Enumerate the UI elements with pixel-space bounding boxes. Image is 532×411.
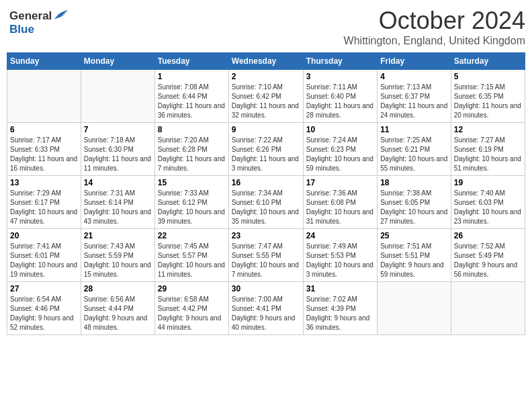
day-info: Sunrise: 7:27 AM Sunset: 6:19 PM Dayligh…	[454, 136, 522, 173]
day-number: 15	[158, 178, 226, 187]
calendar-day-cell: 11Sunrise: 7:25 AM Sunset: 6:21 PM Dayli…	[378, 123, 451, 176]
day-info: Sunrise: 7:15 AM Sunset: 6:35 PM Dayligh…	[454, 83, 522, 120]
calendar-day-cell: 5Sunrise: 7:15 AM Sunset: 6:35 PM Daylig…	[451, 70, 525, 123]
day-info: Sunrise: 7:13 AM Sunset: 6:37 PM Dayligh…	[380, 83, 448, 120]
calendar-day-cell: 24Sunrise: 7:49 AM Sunset: 5:53 PM Dayli…	[303, 229, 377, 282]
calendar-day-cell: 28Sunrise: 6:56 AM Sunset: 4:44 PM Dayli…	[81, 282, 154, 335]
day-info: Sunrise: 7:34 AM Sunset: 6:10 PM Dayligh…	[232, 189, 300, 226]
calendar-day-cell: 16Sunrise: 7:34 AM Sunset: 6:10 PM Dayli…	[228, 176, 303, 229]
day-number: 14	[84, 178, 152, 187]
day-info: Sunrise: 7:51 AM Sunset: 5:51 PM Dayligh…	[380, 242, 448, 279]
day-info: Sunrise: 7:38 AM Sunset: 6:05 PM Dayligh…	[380, 189, 448, 226]
calendar-day-cell	[378, 282, 451, 335]
calendar-day-cell	[451, 282, 525, 335]
header: General Blue October 2024 Whittington, E…	[7, 7, 525, 47]
day-info: Sunrise: 7:22 AM Sunset: 6:26 PM Dayligh…	[232, 136, 300, 173]
calendar-day-cell: 19Sunrise: 7:40 AM Sunset: 6:03 PM Dayli…	[451, 176, 525, 229]
calendar-day-cell: 25Sunrise: 7:51 AM Sunset: 5:51 PM Dayli…	[378, 229, 451, 282]
day-number: 10	[306, 125, 374, 134]
weekday-header: Thursday	[303, 53, 377, 70]
calendar-day-cell: 22Sunrise: 7:45 AM Sunset: 5:57 PM Dayli…	[154, 229, 228, 282]
day-number: 22	[158, 231, 226, 240]
calendar-day-cell: 9Sunrise: 7:22 AM Sunset: 6:26 PM Daylig…	[228, 123, 303, 176]
calendar-day-cell: 8Sunrise: 7:20 AM Sunset: 6:28 PM Daylig…	[154, 123, 228, 176]
day-info: Sunrise: 7:11 AM Sunset: 6:40 PM Dayligh…	[306, 83, 374, 120]
day-info: Sunrise: 7:49 AM Sunset: 5:53 PM Dayligh…	[306, 242, 374, 279]
day-number: 25	[380, 231, 448, 240]
day-info: Sunrise: 7:52 AM Sunset: 5:49 PM Dayligh…	[454, 242, 522, 279]
day-number: 23	[232, 231, 300, 240]
calendar-week-row: 20Sunrise: 7:41 AM Sunset: 6:01 PM Dayli…	[7, 229, 525, 282]
calendar-day-cell: 13Sunrise: 7:29 AM Sunset: 6:17 PM Dayli…	[7, 176, 81, 229]
day-number: 24	[306, 231, 374, 240]
calendar-week-row: 27Sunrise: 6:54 AM Sunset: 4:46 PM Dayli…	[7, 282, 525, 335]
weekday-header: Tuesday	[154, 53, 228, 70]
weekday-header: Wednesday	[228, 53, 303, 70]
day-number: 28	[84, 284, 152, 293]
day-number: 9	[232, 125, 300, 134]
calendar-day-cell: 29Sunrise: 6:58 AM Sunset: 4:42 PM Dayli…	[154, 282, 228, 335]
day-info: Sunrise: 7:20 AM Sunset: 6:28 PM Dayligh…	[158, 136, 226, 173]
day-info: Sunrise: 7:45 AM Sunset: 5:57 PM Dayligh…	[158, 242, 226, 279]
calendar-day-cell: 30Sunrise: 7:00 AM Sunset: 4:41 PM Dayli…	[228, 282, 303, 335]
day-info: Sunrise: 7:17 AM Sunset: 6:33 PM Dayligh…	[10, 136, 78, 173]
day-number: 6	[10, 125, 78, 134]
logo-bird-icon	[53, 9, 68, 21]
day-info: Sunrise: 7:02 AM Sunset: 4:39 PM Dayligh…	[306, 295, 374, 332]
day-info: Sunrise: 6:54 AM Sunset: 4:46 PM Dayligh…	[10, 295, 78, 332]
day-number: 1	[158, 72, 226, 81]
calendar-day-cell: 6Sunrise: 7:17 AM Sunset: 6:33 PM Daylig…	[7, 123, 81, 176]
day-info: Sunrise: 7:40 AM Sunset: 6:03 PM Dayligh…	[454, 189, 522, 226]
day-number: 18	[380, 178, 448, 187]
day-info: Sunrise: 7:47 AM Sunset: 5:55 PM Dayligh…	[232, 242, 300, 279]
day-number: 26	[454, 231, 522, 240]
day-number: 12	[454, 125, 522, 134]
day-number: 31	[306, 284, 374, 293]
day-info: Sunrise: 7:41 AM Sunset: 6:01 PM Dayligh…	[10, 242, 78, 279]
location-title: Whittington, England, United Kingdom	[344, 35, 525, 47]
calendar-week-row: 13Sunrise: 7:29 AM Sunset: 6:17 PM Dayli…	[7, 176, 525, 229]
day-info: Sunrise: 7:24 AM Sunset: 6:23 PM Dayligh…	[306, 136, 374, 173]
day-info: Sunrise: 7:33 AM Sunset: 6:12 PM Dayligh…	[158, 189, 226, 226]
day-number: 13	[10, 178, 78, 187]
day-info: Sunrise: 6:58 AM Sunset: 4:42 PM Dayligh…	[158, 295, 226, 332]
calendar-day-cell: 7Sunrise: 7:18 AM Sunset: 6:30 PM Daylig…	[81, 123, 154, 176]
day-number: 19	[454, 178, 522, 187]
weekday-header: Friday	[378, 53, 451, 70]
day-info: Sunrise: 7:10 AM Sunset: 6:42 PM Dayligh…	[232, 83, 300, 120]
day-info: Sunrise: 7:08 AM Sunset: 6:44 PM Dayligh…	[158, 83, 226, 120]
day-info: Sunrise: 7:25 AM Sunset: 6:21 PM Dayligh…	[380, 136, 448, 173]
weekday-header-row: SundayMondayTuesdayWednesdayThursdayFrid…	[7, 53, 525, 70]
calendar-day-cell: 31Sunrise: 7:02 AM Sunset: 4:39 PM Dayli…	[303, 282, 377, 335]
day-number: 16	[232, 178, 300, 187]
calendar-day-cell: 23Sunrise: 7:47 AM Sunset: 5:55 PM Dayli…	[228, 229, 303, 282]
weekday-header: Sunday	[7, 53, 81, 70]
weekday-header: Saturday	[451, 53, 525, 70]
day-number: 20	[10, 231, 78, 240]
calendar-day-cell: 12Sunrise: 7:27 AM Sunset: 6:19 PM Dayli…	[451, 123, 525, 176]
logo-general: General	[9, 9, 52, 23]
calendar-table: SundayMondayTuesdayWednesdayThursdayFrid…	[7, 52, 525, 335]
calendar-day-cell	[81, 70, 154, 123]
day-number: 8	[158, 125, 226, 134]
logo: General Blue	[7, 7, 71, 39]
day-info: Sunrise: 7:18 AM Sunset: 6:30 PM Dayligh…	[84, 136, 152, 173]
day-info: Sunrise: 7:29 AM Sunset: 6:17 PM Dayligh…	[10, 189, 78, 226]
day-number: 2	[232, 72, 300, 81]
day-number: 11	[380, 125, 448, 134]
day-number: 27	[10, 284, 78, 293]
day-number: 7	[84, 125, 152, 134]
weekday-header: Monday	[81, 53, 154, 70]
day-info: Sunrise: 7:43 AM Sunset: 5:59 PM Dayligh…	[84, 242, 152, 279]
calendar-day-cell: 20Sunrise: 7:41 AM Sunset: 6:01 PM Dayli…	[7, 229, 81, 282]
calendar-day-cell	[7, 70, 81, 123]
day-number: 4	[380, 72, 448, 81]
day-number: 21	[84, 231, 152, 240]
day-info: Sunrise: 7:31 AM Sunset: 6:14 PM Dayligh…	[84, 189, 152, 226]
calendar-day-cell: 4Sunrise: 7:13 AM Sunset: 6:37 PM Daylig…	[378, 70, 451, 123]
calendar-day-cell: 3Sunrise: 7:11 AM Sunset: 6:40 PM Daylig…	[303, 70, 377, 123]
day-info: Sunrise: 6:56 AM Sunset: 4:44 PM Dayligh…	[84, 295, 152, 332]
day-number: 17	[306, 178, 374, 187]
title-area: October 2024 Whittington, England, Unite…	[344, 7, 525, 47]
calendar-day-cell: 2Sunrise: 7:10 AM Sunset: 6:42 PM Daylig…	[228, 70, 303, 123]
